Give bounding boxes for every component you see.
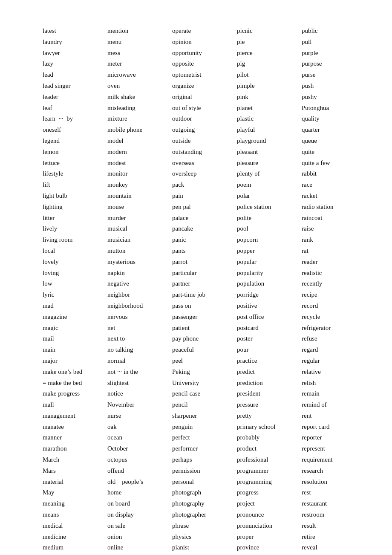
- list-item: management: [43, 410, 107, 422]
- list-item: learn ··· by oneself: [43, 113, 107, 136]
- list-item: part-time job: [172, 289, 237, 301]
- list-item: pimple: [237, 81, 302, 92]
- list-item: rent: [302, 410, 366, 422]
- list-item: October: [107, 443, 172, 454]
- list-item: popular: [237, 257, 302, 268]
- list-item: pants: [172, 246, 237, 257]
- list-item: mixture: [107, 113, 172, 124]
- list-item: Mars: [43, 465, 107, 477]
- list-item: musician: [107, 234, 172, 246]
- list-item: phrase: [172, 520, 237, 532]
- list-item: overseas: [172, 158, 237, 169]
- list-item: perhaps: [172, 454, 237, 465]
- list-item: remain: [302, 388, 366, 399]
- list-item: push: [302, 81, 366, 92]
- list-item: police station: [237, 202, 302, 213]
- list-item: on sale: [107, 520, 172, 532]
- list-item: lighting: [43, 202, 107, 213]
- list-item: primary school: [237, 422, 302, 433]
- list-item: photographer: [172, 509, 237, 520]
- list-item: normal: [107, 356, 172, 367]
- list-item: monitor: [107, 168, 172, 179]
- list-item: on board: [107, 498, 172, 509]
- list-item: outstanding: [172, 147, 237, 158]
- list-item: poster: [237, 333, 302, 344]
- list-item: prediction: [237, 378, 302, 389]
- list-item: negative: [107, 278, 172, 289]
- list-item: mail: [43, 333, 107, 344]
- list-item: personal: [172, 477, 237, 488]
- list-item: race: [302, 179, 366, 191]
- list-item: oak: [107, 422, 172, 433]
- list-item: out of style: [172, 103, 237, 114]
- list-item: programming: [237, 477, 302, 488]
- list-item: oven: [107, 81, 172, 92]
- list-item: mess: [107, 48, 172, 59]
- list-item: lyric: [43, 289, 107, 301]
- list-item: photograph: [172, 487, 237, 498]
- list-item: president: [237, 388, 302, 399]
- list-item: meter: [107, 58, 172, 69]
- list-item: lively: [43, 223, 107, 234]
- list-item: relative: [302, 367, 366, 378]
- list-item: loving: [43, 268, 107, 279]
- list-item: organize: [172, 81, 237, 92]
- list-item: onion: [107, 532, 172, 543]
- list-item: litter: [43, 213, 107, 224]
- column-2: mentionmenumessmetermicrowaveovenmilk sh…: [107, 26, 172, 555]
- list-item: next to: [107, 333, 172, 344]
- list-item: recycle: [302, 312, 366, 323]
- list-item: lead singer: [43, 81, 107, 92]
- list-item: pour: [237, 344, 302, 356]
- list-item: restaurant: [302, 498, 366, 509]
- list-item: manner: [43, 432, 107, 443]
- list-item: neighbor: [107, 289, 172, 301]
- list-item: purse: [302, 69, 366, 81]
- list-item: mouse: [107, 202, 172, 213]
- list-item: mobile phone: [107, 124, 172, 136]
- list-item: pain: [172, 191, 237, 202]
- list-item: nurse: [107, 410, 172, 422]
- list-item: particular: [172, 268, 237, 279]
- list-item: recently: [302, 278, 366, 289]
- list-item: low: [43, 278, 107, 289]
- list-item: local: [43, 246, 107, 257]
- list-item: positive: [237, 301, 302, 312]
- list-item: light bulb: [43, 191, 107, 202]
- list-item: opportunity: [172, 48, 237, 59]
- list-item: leaf: [43, 103, 107, 114]
- list-item: no talking: [107, 344, 172, 356]
- list-item: meaning: [43, 498, 107, 509]
- list-item: outgoing: [172, 124, 237, 136]
- list-item: peaceful: [172, 344, 237, 356]
- list-item: pink: [237, 92, 302, 103]
- list-item: pressure: [237, 399, 302, 410]
- list-item: pronounce: [237, 509, 302, 520]
- list-item: pass on: [172, 301, 237, 312]
- list-item: lettuce: [43, 158, 107, 169]
- list-item: professional: [237, 454, 302, 465]
- list-item: report card: [302, 422, 366, 433]
- list-item: pleasure: [237, 158, 302, 169]
- list-item: queue: [302, 136, 366, 147]
- list-item: planet: [237, 103, 302, 114]
- list-item: reader: [302, 257, 366, 268]
- list-item: realistic: [302, 268, 366, 279]
- list-item: pull: [302, 37, 366, 48]
- list-item: racket: [302, 191, 366, 202]
- list-item: net: [107, 323, 172, 334]
- list-item: plastic: [237, 113, 302, 124]
- list-item: mysterious: [107, 257, 172, 268]
- list-item: modest: [107, 158, 172, 169]
- list-item: refrigerator: [302, 323, 366, 334]
- column-1: latestlaundrylawyerlazyleadlead singerle…: [43, 26, 107, 555]
- list-item: penguin: [172, 422, 237, 433]
- list-item: porridge: [237, 289, 302, 301]
- list-item: pool: [237, 223, 302, 234]
- list-item: purple: [302, 48, 366, 59]
- list-item: probably: [237, 432, 302, 443]
- list-item: legend: [43, 136, 107, 147]
- list-item: musical: [107, 223, 172, 234]
- list-item: lemon: [43, 147, 107, 158]
- list-item: main: [43, 344, 107, 356]
